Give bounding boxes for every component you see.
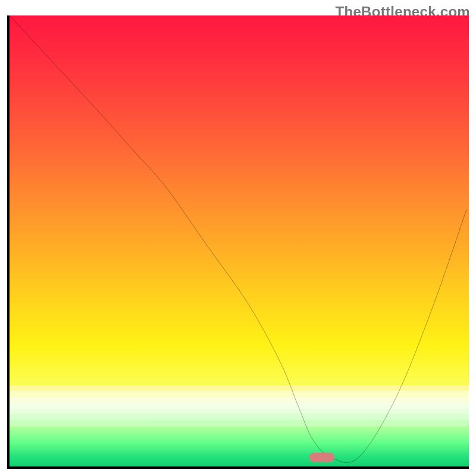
chart-stage: TheBottleneck.com [0,0,476,476]
plot-area [7,15,469,469]
bottleneck-curve [10,15,466,462]
curve-layer [10,15,469,466]
optimal-marker [309,453,334,463]
